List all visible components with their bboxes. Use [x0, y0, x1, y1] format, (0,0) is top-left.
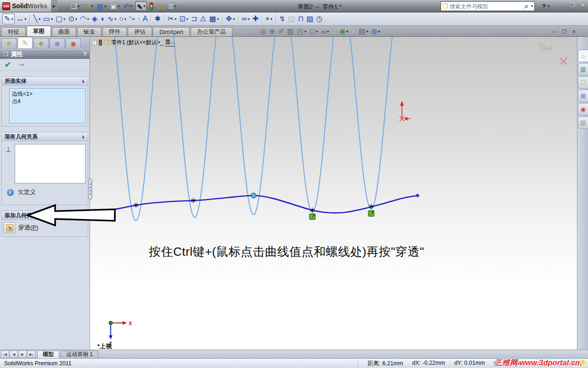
- dropdown-arrow-icon[interactable]: ▾: [63, 17, 65, 21]
- dropdown-arrow-icon[interactable]: ▾: [51, 17, 53, 21]
- text-tool[interactable]: A: [141, 13, 149, 24]
- prev-sheet-button[interactable]: ◀: [10, 351, 18, 358]
- help-dropdown-arrow-icon[interactable]: ▾: [548, 4, 549, 8]
- ellipse-tool[interactable]: ○ ▾: [118, 13, 128, 24]
- tab-evaluate[interactable]: 评估: [128, 27, 152, 36]
- zoom-to-area-button[interactable]: ⊕: [269, 27, 275, 35]
- pierce-relation-button[interactable]: ↘: [4, 222, 15, 233]
- move-entities-tool[interactable]: ✥ ▾: [225, 13, 236, 24]
- options-button[interactable]: ≣ ▾: [167, 1, 178, 11]
- pin-icon[interactable]: ⊸: [18, 61, 24, 69]
- model-tab[interactable]: 模型: [37, 351, 59, 358]
- collapse-chevron-icon[interactable]: ∧: [81, 134, 85, 139]
- circle-tool[interactable]: ⊙ ▾: [67, 13, 78, 24]
- undo-button[interactable]: ↶ ▾: [122, 1, 134, 11]
- arc-tool[interactable]: ◠ ▾: [79, 13, 90, 24]
- dropdown-arrow-icon[interactable]: ▾: [271, 17, 272, 21]
- rectangle-tool[interactable]: ▭ ▾: [42, 13, 54, 24]
- selection-box-tool[interactable]: ▫: [136, 13, 141, 24]
- appearances-tab[interactable]: ◉: [578, 103, 588, 115]
- tab-sketch[interactable]: 草图: [27, 26, 51, 36]
- tab-weldments[interactable]: 焊件: [102, 27, 127, 36]
- quick-snaps-tool[interactable]: ⌖ ▾: [264, 13, 274, 24]
- section-view-button[interactable]: ▥: [287, 27, 294, 35]
- dropdown-arrow-icon[interactable]: ▾: [248, 17, 249, 21]
- dropdown-arrow-icon[interactable]: ▾: [305, 29, 306, 34]
- line-tool[interactable]: ╲ ▾: [32, 13, 42, 24]
- minimize-button[interactable]: ─: [561, 2, 565, 9]
- sketch-tool[interactable]: ✎ ▾: [2, 13, 15, 24]
- feature-tree-overlay[interactable]: + ❒ 零件1 (默认<<默认>_显...: [92, 38, 175, 46]
- dropdown-arrow-icon[interactable]: ▾: [91, 4, 93, 8]
- point-tool[interactable]: ✱: [153, 13, 162, 24]
- tree-expander-icon[interactable]: +: [92, 40, 97, 45]
- appearance-button[interactable]: ◉ ▾: [339, 27, 348, 35]
- exit-sketch-button[interactable]: ✎↩: [538, 40, 553, 55]
- view-orientation-button[interactable]: ◳ ▾: [297, 27, 306, 35]
- convert-entities-tool[interactable]: ⊡ ▾: [178, 13, 189, 24]
- save-button[interactable]: ▦ ▾: [96, 1, 107, 11]
- help-menu[interactable]: ? ▾: [542, 3, 549, 10]
- new-document-button[interactable]: ❏ ▾: [69, 1, 81, 11]
- featuremanager-tab[interactable]: ✥: [1, 38, 17, 48]
- design-library-tab[interactable]: ▥: [578, 63, 588, 75]
- dropdown-arrow-icon[interactable]: ▾: [346, 29, 348, 34]
- smart-dimension-tool[interactable]: ↔ ▾: [15, 13, 28, 24]
- dropdown-arrow-icon[interactable]: ▾: [143, 4, 145, 8]
- dropdown-arrow-icon[interactable]: ▾: [11, 17, 13, 21]
- slot-tool[interactable]: ▢ ▾: [54, 13, 67, 24]
- selected-entity-row[interactable]: 边线<1>: [12, 90, 83, 98]
- displaymanager-tab[interactable]: ◉: [66, 38, 81, 48]
- ok-button[interactable]: ✔: [5, 60, 11, 69]
- search-box[interactable]: ❒ ⌕ ▾: [441, 1, 535, 11]
- search-icon[interactable]: ⌕: [525, 2, 528, 10]
- no-solve-move-tool[interactable]: ◫: [287, 13, 296, 24]
- motion-study-tab[interactable]: 运动算例 1: [61, 351, 98, 358]
- selected-entities-list[interactable]: 边线<1>点4: [9, 88, 85, 123]
- close-button[interactable]: ✕: [581, 2, 585, 9]
- solidworks-resources-tab[interactable]: ⌂: [578, 50, 588, 62]
- tab-office-products[interactable]: 办公室产品: [191, 27, 232, 36]
- dropdown-arrow-icon[interactable]: ▾: [366, 29, 368, 34]
- dropdown-arrow-icon[interactable]: ▾: [233, 17, 235, 21]
- hide-show-items-button[interactable]: ∞ ▾: [321, 28, 329, 35]
- apply-scene-button[interactable]: ▧ ▾: [359, 27, 368, 35]
- document-minimize-button[interactable]: ─: [553, 29, 556, 35]
- linear-pattern-tool[interactable]: ▦ ▾: [208, 13, 220, 24]
- view-palette-tab[interactable]: ⊞: [578, 90, 588, 102]
- restore-button[interactable]: ❐: [570, 2, 575, 9]
- dropdown-arrow-icon[interactable]: ▾: [124, 17, 126, 21]
- panel-help-icon[interactable]: ?: [83, 51, 87, 58]
- next-sheet-button[interactable]: ▶: [18, 351, 27, 358]
- scene-ball[interactable]: ●: [351, 28, 356, 35]
- last-sheet-button[interactable]: ▶|: [27, 351, 35, 358]
- add-relation-tool[interactable]: ✚: [251, 13, 260, 24]
- tab-surfaces[interactable]: 曲面: [52, 27, 76, 36]
- cancel-sketch-button[interactable]: ✕: [558, 54, 569, 69]
- tab-dimxpert[interactable]: DimXpert: [153, 27, 190, 36]
- dropdown-arrow-icon[interactable]: ▾: [175, 4, 176, 8]
- display-style-button[interactable]: ◻ ▾: [310, 27, 318, 35]
- zoom-to-fit-button[interactable]: ◎: [260, 27, 266, 35]
- document-restore-button[interactable]: ❐: [562, 29, 566, 35]
- part-tree-label-truncated[interactable]: 显...: [165, 38, 175, 46]
- part-tree-label[interactable]: 零件1 (默认<<默认>_: [111, 39, 164, 46]
- polygon-tool[interactable]: ◈: [90, 13, 99, 24]
- tab-sheet-metal[interactable]: 钣金: [77, 27, 102, 36]
- offset-entities-tool[interactable]: ⊐: [190, 13, 198, 24]
- tab-features[interactable]: 特征: [1, 27, 26, 36]
- display-relations-tool[interactable]: ∞ ▾: [240, 13, 251, 24]
- search-dropdown-arrow-icon[interactable]: ▾: [531, 4, 533, 8]
- rebuild-button[interactable]: ⁝: [148, 1, 154, 11]
- panel-splitter-handle[interactable]: ◂▸◂▸: [88, 178, 92, 200]
- sketch-fillet-tool[interactable]: ◝ ▾: [128, 13, 136, 24]
- dropdown-arrow-icon[interactable]: ▾: [175, 17, 176, 21]
- file-properties-button[interactable]: ▤: [156, 1, 165, 11]
- selected-entities-header[interactable]: 所选实体 ∧: [2, 77, 88, 86]
- dropdown-arrow-icon[interactable]: ▾: [104, 4, 106, 8]
- search-input[interactable]: [450, 3, 523, 10]
- selected-entity-row[interactable]: 点4: [12, 98, 83, 105]
- dropdown-arrow-icon[interactable]: ▾: [187, 17, 188, 21]
- file-explorer-tab[interactable]: ❒: [578, 76, 588, 89]
- first-sheet-button[interactable]: |◀: [1, 351, 9, 358]
